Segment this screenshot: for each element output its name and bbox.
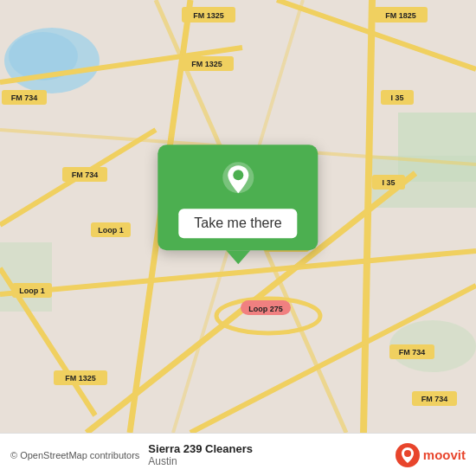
place-info: Sierra 239 Cleaners Austin	[148, 442, 395, 467]
svg-text:FM 734: FM 734	[399, 348, 426, 357]
map-container: FM 1325 FM 1825 FM 734 FM 1325 I 35 FM 7…	[0, 0, 476, 433]
svg-point-51	[404, 450, 411, 457]
take-me-there-button[interactable]: Take me there	[178, 209, 297, 238]
svg-text:Loop 1: Loop 1	[19, 286, 45, 295]
svg-text:Loop 1: Loop 1	[98, 226, 124, 235]
svg-point-49	[233, 170, 243, 180]
popup-tail	[226, 250, 250, 264]
svg-text:FM 1825: FM 1825	[385, 11, 416, 20]
navigation-popup: Take me there	[158, 145, 318, 264]
svg-text:FM 1325: FM 1325	[191, 60, 222, 68]
moovit-brand-icon	[396, 443, 420, 467]
location-pin-icon	[219, 160, 257, 198]
moovit-brand-text: moovit	[423, 447, 466, 462]
place-name: Sierra 239 Cleaners	[148, 442, 253, 455]
svg-text:I 35: I 35	[382, 178, 395, 187]
svg-text:I 35: I 35	[390, 93, 403, 102]
svg-text:FM 1325: FM 1325	[65, 374, 96, 383]
moovit-logo: moovit	[396, 443, 466, 467]
svg-text:FM 734: FM 734	[11, 93, 38, 102]
osm-attribution: © OpenStreetMap contributors	[10, 450, 139, 460]
place-city: Austin	[148, 455, 177, 467]
svg-text:FM 734: FM 734	[421, 395, 448, 403]
bottom-bar: © OpenStreetMap contributors Sierra 239 …	[0, 433, 476, 476]
svg-text:FM 1325: FM 1325	[193, 11, 224, 20]
popup-card: Take me there	[158, 145, 318, 250]
svg-text:Loop 275: Loop 275	[248, 305, 283, 313]
svg-text:FM 734: FM 734	[72, 170, 99, 179]
